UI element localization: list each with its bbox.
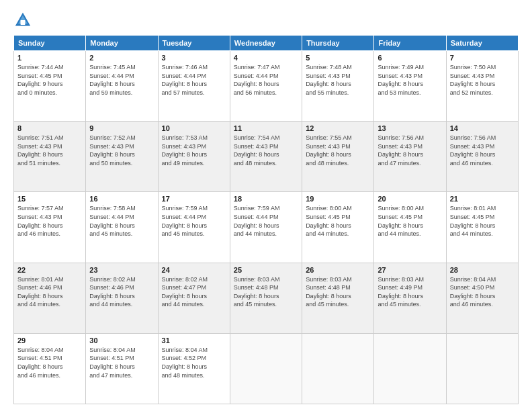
day-number: 17 — [162, 195, 226, 203]
day-number: 10 — [162, 124, 226, 132]
day-info: Sunrise: 8:03 AM Sunset: 4:48 PM Dayligh… — [306, 275, 370, 309]
day-info: Sunrise: 7:52 AM Sunset: 4:43 PM Dayligh… — [89, 134, 154, 167]
day-info: Sunrise: 8:03 AM Sunset: 4:48 PM Dayligh… — [234, 275, 298, 309]
calendar-day-cell: 6Sunrise: 7:49 AM Sunset: 4:43 PM Daylig… — [374, 51, 446, 122]
day-info: Sunrise: 8:02 AM Sunset: 4:47 PM Dayligh… — [162, 275, 226, 309]
day-info: Sunrise: 8:01 AM Sunset: 4:45 PM Dayligh… — [450, 204, 515, 238]
day-number: 5 — [306, 54, 370, 62]
calendar-header-row: SundayMondayTuesdayWednesdayThursdayFrid… — [14, 36, 519, 51]
day-info: Sunrise: 7:58 AM Sunset: 4:44 PM Dayligh… — [89, 204, 154, 238]
calendar-day-cell: 7Sunrise: 7:50 AM Sunset: 4:43 PM Daylig… — [446, 51, 518, 122]
weekday-header-friday: Friday — [374, 36, 446, 51]
calendar-day-cell: 13Sunrise: 7:56 AM Sunset: 4:43 PM Dayli… — [374, 122, 446, 192]
empty-day-cell — [302, 333, 374, 404]
calendar-day-cell: 24Sunrise: 8:02 AM Sunset: 4:47 PM Dayli… — [158, 263, 230, 333]
calendar-day-cell: 1Sunrise: 7:44 AM Sunset: 4:45 PM Daylig… — [14, 51, 86, 122]
day-number: 6 — [378, 54, 442, 62]
calendar-day-cell: 17Sunrise: 7:59 AM Sunset: 4:44 PM Dayli… — [158, 192, 230, 263]
day-info: Sunrise: 7:49 AM Sunset: 4:43 PM Dayligh… — [378, 63, 442, 97]
calendar-week-row: 29Sunrise: 8:04 AM Sunset: 4:51 PM Dayli… — [14, 333, 519, 404]
day-info: Sunrise: 8:00 AM Sunset: 4:45 PM Dayligh… — [378, 204, 442, 238]
day-number: 1 — [17, 54, 82, 62]
calendar-day-cell: 18Sunrise: 7:59 AM Sunset: 4:44 PM Dayli… — [230, 192, 302, 263]
day-number: 26 — [306, 266, 370, 274]
calendar-day-cell: 15Sunrise: 7:57 AM Sunset: 4:43 PM Dayli… — [14, 192, 86, 263]
day-info: Sunrise: 7:54 AM Sunset: 4:43 PM Dayligh… — [234, 134, 298, 167]
calendar-day-cell: 29Sunrise: 8:04 AM Sunset: 4:51 PM Dayli… — [14, 333, 86, 404]
day-info: Sunrise: 7:45 AM Sunset: 4:44 PM Dayligh… — [89, 63, 154, 97]
calendar-day-cell: 26Sunrise: 8:03 AM Sunset: 4:48 PM Dayli… — [302, 263, 374, 333]
empty-day-cell — [374, 333, 446, 404]
calendar-day-cell: 21Sunrise: 8:01 AM Sunset: 4:45 PM Dayli… — [446, 192, 518, 263]
day-number: 9 — [89, 124, 154, 132]
day-info: Sunrise: 8:01 AM Sunset: 4:46 PM Dayligh… — [17, 275, 82, 309]
day-info: Sunrise: 7:51 AM Sunset: 4:43 PM Dayligh… — [17, 134, 82, 167]
calendar-day-cell: 4Sunrise: 7:47 AM Sunset: 4:44 PM Daylig… — [230, 51, 302, 122]
day-info: Sunrise: 7:50 AM Sunset: 4:43 PM Dayligh… — [450, 63, 515, 97]
day-number: 16 — [89, 195, 154, 203]
weekday-header-wednesday: Wednesday — [230, 36, 302, 51]
day-info: Sunrise: 7:56 AM Sunset: 4:43 PM Dayligh… — [450, 134, 515, 167]
day-number: 23 — [89, 266, 154, 274]
weekday-header-sunday: Sunday — [14, 36, 86, 51]
calendar-day-cell: 9Sunrise: 7:52 AM Sunset: 4:43 PM Daylig… — [86, 122, 158, 192]
svg-rect-2 — [21, 20, 26, 25]
day-number: 21 — [450, 195, 515, 203]
day-number: 27 — [378, 266, 442, 274]
day-info: Sunrise: 8:04 AM Sunset: 4:50 PM Dayligh… — [450, 275, 515, 309]
day-info: Sunrise: 8:04 AM Sunset: 4:51 PM Dayligh… — [17, 346, 82, 379]
calendar-week-row: 22Sunrise: 8:01 AM Sunset: 4:46 PM Dayli… — [14, 263, 519, 333]
calendar-day-cell: 5Sunrise: 7:48 AM Sunset: 4:43 PM Daylig… — [302, 51, 374, 122]
day-info: Sunrise: 7:55 AM Sunset: 4:43 PM Dayligh… — [306, 134, 370, 167]
day-number: 18 — [234, 195, 298, 203]
calendar-day-cell: 22Sunrise: 8:01 AM Sunset: 4:46 PM Dayli… — [14, 263, 86, 333]
logo — [13, 11, 35, 30]
calendar-day-cell: 3Sunrise: 7:46 AM Sunset: 4:44 PM Daylig… — [158, 51, 230, 122]
page: SundayMondayTuesdayWednesdayThursdayFrid… — [0, 0, 532, 411]
calendar-day-cell: 19Sunrise: 8:00 AM Sunset: 4:45 PM Dayli… — [302, 192, 374, 263]
weekday-header-saturday: Saturday — [446, 36, 518, 51]
day-number: 15 — [17, 195, 82, 203]
day-info: Sunrise: 7:56 AM Sunset: 4:43 PM Dayligh… — [378, 134, 442, 167]
weekday-header-tuesday: Tuesday — [158, 36, 230, 51]
day-info: Sunrise: 7:53 AM Sunset: 4:43 PM Dayligh… — [162, 134, 226, 167]
calendar-day-cell: 23Sunrise: 8:02 AM Sunset: 4:46 PM Dayli… — [86, 263, 158, 333]
calendar-week-row: 1Sunrise: 7:44 AM Sunset: 4:45 PM Daylig… — [14, 51, 519, 122]
calendar-week-row: 8Sunrise: 7:51 AM Sunset: 4:43 PM Daylig… — [14, 122, 519, 192]
calendar-day-cell: 12Sunrise: 7:55 AM Sunset: 4:43 PM Dayli… — [302, 122, 374, 192]
day-info: Sunrise: 7:44 AM Sunset: 4:45 PM Dayligh… — [17, 63, 82, 97]
day-info: Sunrise: 8:03 AM Sunset: 4:49 PM Dayligh… — [378, 275, 442, 309]
day-info: Sunrise: 8:04 AM Sunset: 4:51 PM Dayligh… — [89, 346, 154, 379]
day-number: 25 — [234, 266, 298, 274]
calendar-day-cell: 11Sunrise: 7:54 AM Sunset: 4:43 PM Dayli… — [230, 122, 302, 192]
calendar-day-cell: 27Sunrise: 8:03 AM Sunset: 4:49 PM Dayli… — [374, 263, 446, 333]
day-number: 22 — [17, 266, 82, 274]
calendar-day-cell: 30Sunrise: 8:04 AM Sunset: 4:51 PM Dayli… — [86, 333, 158, 404]
day-info: Sunrise: 7:48 AM Sunset: 4:43 PM Dayligh… — [306, 63, 370, 97]
day-info: Sunrise: 7:47 AM Sunset: 4:44 PM Dayligh… — [234, 63, 298, 97]
day-number: 28 — [450, 266, 515, 274]
day-info: Sunrise: 7:57 AM Sunset: 4:43 PM Dayligh… — [17, 204, 82, 238]
day-number: 11 — [234, 124, 298, 132]
day-number: 20 — [378, 195, 442, 203]
weekday-header-monday: Monday — [86, 36, 158, 51]
calendar-day-cell: 25Sunrise: 8:03 AM Sunset: 4:48 PM Dayli… — [230, 263, 302, 333]
weekday-header-thursday: Thursday — [302, 36, 374, 51]
day-number: 12 — [306, 124, 370, 132]
day-number: 14 — [450, 124, 515, 132]
calendar-day-cell: 14Sunrise: 7:56 AM Sunset: 4:43 PM Dayli… — [446, 122, 518, 192]
calendar-week-row: 15Sunrise: 7:57 AM Sunset: 4:43 PM Dayli… — [14, 192, 519, 263]
calendar-day-cell: 20Sunrise: 8:00 AM Sunset: 4:45 PM Dayli… — [374, 192, 446, 263]
day-info: Sunrise: 7:59 AM Sunset: 4:44 PM Dayligh… — [234, 204, 298, 238]
day-number: 30 — [89, 336, 154, 345]
logo-icon — [13, 11, 32, 30]
day-number: 29 — [17, 336, 82, 345]
calendar-table: SundayMondayTuesdayWednesdayThursdayFrid… — [13, 35, 519, 404]
calendar-day-cell: 28Sunrise: 8:04 AM Sunset: 4:50 PM Dayli… — [446, 263, 518, 333]
day-number: 31 — [162, 336, 226, 345]
day-number: 13 — [378, 124, 442, 132]
empty-day-cell — [230, 333, 302, 404]
day-number: 3 — [162, 54, 226, 62]
day-number: 24 — [162, 266, 226, 274]
day-info: Sunrise: 8:04 AM Sunset: 4:52 PM Dayligh… — [162, 346, 226, 379]
